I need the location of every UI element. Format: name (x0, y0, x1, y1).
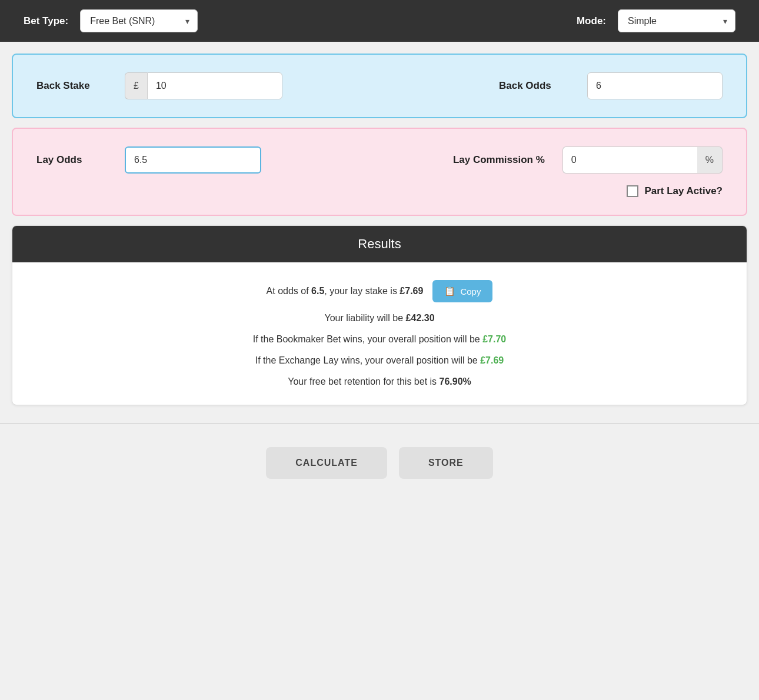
lay-stake-line: At odds of 6.5, your lay stake is £7.69 (267, 286, 424, 296)
retention-line: Your free bet retention for this bet is … (288, 376, 471, 387)
liability-amount: £42.30 (406, 313, 435, 323)
lay-commission-label: Lay Commission % (453, 154, 545, 166)
mode-select[interactable]: Simple Advanced (618, 9, 735, 32)
bet-type-label: Bet Type: (24, 15, 68, 27)
lay-stake-mid: , your lay stake is (324, 286, 400, 296)
retention-percent: 76.90% (440, 376, 471, 386)
back-stake-input[interactable] (147, 72, 282, 99)
copy-button[interactable]: 📋 Copy (432, 280, 492, 302)
bet-type-select[interactable]: Free Bet (SNR) Free Bet (SR) Qualifying … (80, 9, 198, 32)
commission-input[interactable] (562, 146, 697, 174)
mode-select-wrapper[interactable]: Simple Advanced (618, 9, 735, 32)
bookmaker-win-amount: £7.70 (482, 334, 506, 344)
back-odds-label: Back Odds (499, 80, 570, 92)
results-body: At odds of 6.5, your lay stake is £7.69 … (12, 262, 747, 405)
bookmaker-win-prefix: If the Bookmaker Bet wins, your overall … (253, 334, 482, 344)
main-content: Back Stake £ Back Odds Lay Odds Lay Comm… (0, 42, 759, 417)
back-stake-input-group: £ (125, 72, 282, 99)
divider (0, 423, 759, 424)
copy-label: Copy (460, 286, 481, 296)
lay-section: Lay Odds Lay Commission % % Part Lay Act… (12, 128, 747, 216)
lay-stake-prefix: At odds of (267, 286, 312, 296)
exchange-win-line: If the Exchange Lay wins, your overall p… (255, 355, 504, 366)
back-section: Back Stake £ Back Odds (12, 54, 747, 118)
bet-type-select-wrapper[interactable]: Free Bet (SNR) Free Bet (SR) Qualifying … (80, 9, 198, 32)
store-button[interactable]: STORE (399, 447, 493, 479)
results-header: Results (12, 226, 747, 262)
calculate-button[interactable]: CALCULATE (266, 447, 387, 479)
lay-stake-amount: £7.69 (400, 286, 423, 296)
back-stake-label: Back Stake (36, 80, 107, 92)
liability-prefix: Your liability will be (324, 313, 405, 323)
lay-row: Lay Odds Lay Commission % % (36, 146, 723, 174)
bookmaker-win-line: If the Bookmaker Bet wins, your overall … (253, 334, 506, 345)
part-lay-label: Part Lay Active? (644, 185, 723, 197)
bottom-bar: CALCULATE STORE (0, 429, 759, 496)
exchange-win-prefix: If the Exchange Lay wins, your overall p… (255, 355, 480, 365)
header-bar: Bet Type: Free Bet (SNR) Free Bet (SR) Q… (0, 0, 759, 42)
mode-group: Mode: Simple Advanced (577, 9, 735, 32)
results-section: Results At odds of 6.5, your lay stake i… (12, 225, 747, 405)
percent-symbol: % (697, 146, 723, 174)
currency-symbol: £ (125, 72, 147, 99)
lay-stake-row: At odds of 6.5, your lay stake is £7.69 … (267, 280, 493, 302)
lay-stake-odds: 6.5 (311, 286, 324, 296)
exchange-win-amount: £7.69 (480, 355, 504, 365)
commission-input-group: % (562, 146, 723, 174)
retention-prefix: Your free bet retention for this bet is (288, 376, 439, 386)
back-odds-input[interactable] (587, 72, 723, 99)
part-lay-row: Part Lay Active? (627, 185, 723, 197)
copy-icon: 📋 (444, 286, 455, 296)
lay-odds-label: Lay Odds (36, 154, 107, 166)
liability-line: Your liability will be £42.30 (324, 313, 434, 324)
part-lay-checkbox[interactable] (627, 185, 638, 197)
lay-odds-input[interactable] (125, 146, 261, 174)
mode-label: Mode: (577, 15, 606, 27)
